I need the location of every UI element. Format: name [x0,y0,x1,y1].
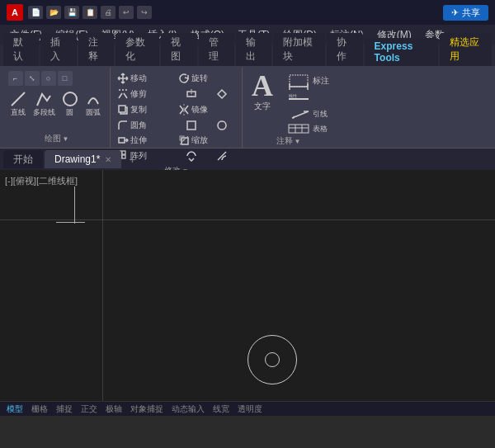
modify-stretch[interactable]: 拉伸 [116,133,176,148]
canvas-area[interactable]: [-][俯视][二维线框] [0,170,495,401]
crosshair-vertical [102,170,103,401]
doc-tab-close[interactable]: ✕ [105,155,111,164]
save-icon[interactable]: 💾 [64,6,79,19]
tab-default[interactable]: 默认 [3,33,39,66]
svg-point-1 [64,92,77,106]
tab-addons[interactable]: 附加模块 [273,33,325,66]
title-icons: 📄 📂 💾 📋 🖨 ↩ ↪ [28,6,438,19]
status-model[interactable]: 模型 [7,403,23,415]
ribbon-tabs: 默认 插入 注释 参数化 视图 管理 输出 附加模块 协作 Express To… [0,45,495,66]
svg-rect-20 [290,75,308,87]
title-bar: A 📄 📂 💾 📋 🖨 ↩ ↪ ✈ 共享 [0,0,495,25]
modify-extra5[interactable] [177,149,206,163]
status-bar: 模型 栅格 捕捉 正交 极轴 对象捕捉 动态输入 线宽 透明度 [0,401,495,416]
status-grid[interactable]: 栅格 [31,403,48,415]
modify-extra3[interactable] [177,118,206,133]
modify-extra4[interactable] [207,118,237,133]
modify-extra1[interactable] [177,87,206,101]
ribbon-group-annotation: A 文字 标注 线性 [243,68,334,148]
status-osnap[interactable]: 对象捕捉 [130,403,163,415]
svg-rect-13 [182,138,188,144]
drawing-circle-inner [265,352,280,367]
modify-extra6[interactable] [207,149,237,163]
svg-line-3 [124,93,127,98]
doc-tabs: 开始 Drawing1* ✕ + [0,149,495,170]
draw-small-icon2[interactable]: ⤡ [25,71,40,86]
doc-tab-start[interactable]: 开始 [3,150,43,168]
status-dynin[interactable]: 动态输入 [172,403,205,415]
ribbon-group-modify: 移动 旋转 修剪 复制 镜像 [111,68,243,148]
svg-line-2 [119,93,122,98]
redo-icon[interactable]: ↪ [137,6,152,19]
status-snap[interactable]: 捕捉 [56,403,73,415]
undo-icon[interactable]: ↩ [119,6,134,19]
tab-collab[interactable]: 协作 [327,33,362,66]
annotation-tools: A 文字 标注 线性 [246,69,331,135]
new-icon[interactable]: 📄 [28,6,43,19]
ribbon-group-draw: ⌐ ⤡ ○ □ 直线 多段线 圆 [3,68,111,148]
svg-rect-11 [119,138,125,143]
draw-group-label: 绘图 ▼ [45,133,69,146]
annotate-leader[interactable]: 引线 [285,107,331,120]
modify-rotate[interactable]: 旋转 [177,71,237,86]
doc-tab-drawing1[interactable]: Drawing1* ✕ [45,150,121,168]
modify-trim[interactable]: 修剪 [116,87,176,101]
ribbon: ⌐ ⤡ ○ □ 直线 多段线 圆 [0,66,495,149]
annotate-text[interactable]: A 文字 [246,71,279,135]
tab-output[interactable]: 输出 [236,33,271,66]
status-ortho[interactable]: 正交 [81,403,97,415]
draw-arc[interactable]: 圆弧 [83,89,103,120]
status-lineweight[interactable]: 线宽 [213,403,229,415]
open-icon[interactable]: 📂 [46,6,61,19]
draw-line[interactable]: 直线 [8,89,28,120]
tab-manage[interactable]: 管理 [199,33,234,66]
draw-group-expand[interactable]: ▼ [63,135,69,143]
modify-scale[interactable]: 缩放 [177,133,237,148]
status-polar[interactable]: 极轴 [106,403,122,415]
share-button[interactable]: ✈ 共享 [443,5,488,21]
modify-extra2[interactable] [207,87,237,101]
draw-small-icon3[interactable]: ○ [41,71,56,86]
tab-parametric[interactable]: 参数化 [116,33,159,66]
tab-annotation[interactable]: 注释 [78,33,114,66]
draw-small-icon1[interactable]: ⌐ [8,71,23,86]
svg-line-26 [292,111,309,118]
svg-text:线性: 线性 [289,93,297,98]
drawing-canvas[interactable]: [-][俯视][二维线框] [0,170,495,401]
svg-rect-8 [119,106,125,112]
modify-copy[interactable]: 复制 [116,102,176,117]
annotation-group-label: 注释 ▼ [276,135,301,149]
modify-mirror[interactable]: 镜像 [177,102,237,117]
drawing-line-vertical [74,186,75,224]
tab-view[interactable]: 视图 [161,33,196,66]
tab-insert[interactable]: 插入 [40,33,76,66]
annotation-group-expand[interactable]: ▼ [295,138,301,145]
draw-circle[interactable]: 圆 [60,89,80,120]
svg-rect-10 [187,121,196,130]
new-tab-button[interactable]: + [123,150,141,168]
tab-featured-apps[interactable]: 精选应用 [440,33,492,66]
modify-move[interactable]: 移动 [116,71,176,86]
svg-rect-29 [289,125,309,133]
annotate-linestyle[interactable]: 线性 [285,92,331,106]
status-transparency[interactable]: 透明度 [238,403,262,415]
viewport-label: [-][俯视][二维线框] [5,175,78,187]
drawing-line-horizontal [56,222,85,223]
svg-line-0 [12,92,25,106]
annotate-dimension[interactable]: 标注 [285,71,331,91]
plot-icon[interactable]: 🖨 [101,6,116,19]
annotate-table[interactable]: 表格 [285,122,331,135]
crosshair-horizontal [0,219,495,220]
tab-express-tools[interactable]: Express Tools [365,38,439,66]
saveas-icon[interactable]: 📋 [82,6,97,19]
draw-tools: ⌐ ⤡ ○ □ 直线 多段线 圆 [8,69,106,133]
app-logo: A [7,4,23,21]
modify-fillet[interactable]: 圆角 [116,118,176,133]
draw-polyline[interactable]: 多段线 [31,89,57,120]
draw-small-icon4[interactable]: □ [58,71,73,86]
